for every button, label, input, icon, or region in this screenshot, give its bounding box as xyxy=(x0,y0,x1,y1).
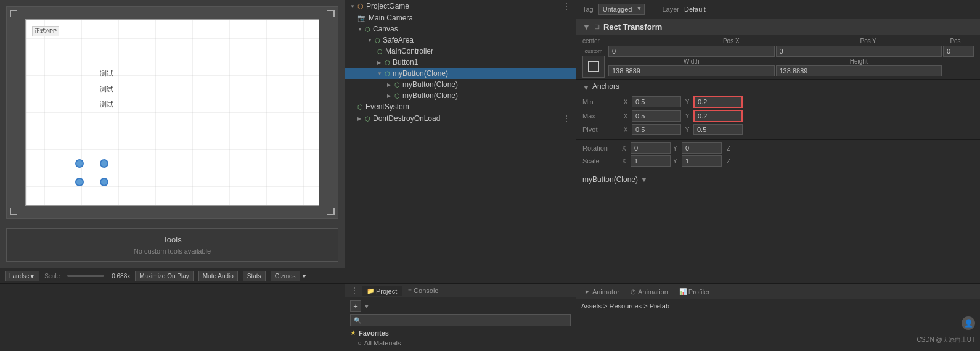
add-asset-btn[interactable]: + xyxy=(350,300,361,312)
center-dot xyxy=(592,65,595,68)
tag-value: Untagged xyxy=(603,6,632,13)
max-x-input[interactable]: 0.5 xyxy=(632,110,681,122)
anchor-tl[interactable] xyxy=(75,159,84,168)
layer-label: Layer xyxy=(662,6,679,13)
mute-btn[interactable]: Mute Audio xyxy=(198,271,238,281)
pivot-x-input[interactable]: 0.5 xyxy=(632,124,681,135)
anchor-widget[interactable]: custom xyxy=(582,48,605,78)
posy-header: Pos Y xyxy=(800,38,937,44)
hierarchy-panel: ▼ ⬡ ProjectGame ⋮ 📷 Main Camera ▼ ⬡ Canv… xyxy=(345,0,576,268)
scale-value-bt: 0.688x xyxy=(112,273,130,279)
max-y-axis: Y xyxy=(681,113,693,120)
es-icon: ⬡ xyxy=(357,104,363,110)
all-materials-label: All Materials xyxy=(364,339,401,347)
search-input[interactable] xyxy=(364,316,567,324)
stats-btn[interactable]: Stats xyxy=(243,271,266,281)
tab-animator[interactable]: ► Animator xyxy=(579,287,624,297)
more-icon2[interactable]: ⋮ xyxy=(562,114,571,123)
hierarchy-item-mybuttone2[interactable]: ▶ ⬡ myButton(Clone) xyxy=(345,79,576,90)
scene-text-3: 测试 xyxy=(100,100,113,109)
width-input[interactable]: 138.8889 xyxy=(608,65,775,76)
plus-dropdown[interactable]: ▼ xyxy=(364,303,370,310)
hierarchy-item-maincontroller[interactable]: ⬡ MainController xyxy=(345,46,576,57)
pivot-y-axis: Y xyxy=(681,126,693,133)
min-x-axis: X xyxy=(619,99,632,105)
landscape-btn[interactable]: Landsc▼ xyxy=(5,271,39,281)
mc-icon: ⬡ xyxy=(377,48,383,55)
tab-profiler[interactable]: 📊 Profiler xyxy=(674,287,715,297)
tag-dropdown[interactable]: Untagged ▼ xyxy=(598,4,645,15)
expand-icon: ▼ xyxy=(350,4,355,9)
pos-y-input[interactable]: 0 xyxy=(776,46,942,57)
more-dots-btn[interactable]: ⋮ xyxy=(348,286,361,295)
pivot-row: Pivot X 0.5 Y 0.5 xyxy=(582,124,974,135)
scale-y-axis: Y xyxy=(673,158,680,165)
scene-panel: 正式APP 测试 测试 测试 Tools No custom tools ava… xyxy=(0,0,345,268)
gizmos-btn[interactable]: Gizmos xyxy=(271,271,300,281)
anchor-preset-label: center xyxy=(582,38,663,44)
watermark: CSDN @天添向上UT xyxy=(576,333,980,347)
min-x-input[interactable]: 0.5 xyxy=(632,96,681,107)
pivot-y-input[interactable]: 0.5 xyxy=(693,124,743,135)
tab-project[interactable]: 📁 Project xyxy=(362,286,402,296)
tools-title: Tools xyxy=(13,235,332,244)
transform-icon: ⊞ xyxy=(594,23,600,31)
inspector-header: Tag Untagged ▼ Layer Default xyxy=(576,0,980,19)
item-label: ProjectGame xyxy=(366,2,409,10)
hierarchy-item-mybuttone[interactable]: ▼ ⬡ myButton(Clone) xyxy=(345,68,576,79)
star-icon: ★ xyxy=(350,329,356,337)
height-label: Height xyxy=(776,58,942,65)
wh-row: 138.8889 138.8889 xyxy=(608,65,974,76)
scale-y-input[interactable]: 1 xyxy=(682,155,722,167)
scale-x-input[interactable]: 1 xyxy=(631,155,671,167)
mbc3-icon: ⬡ xyxy=(394,93,400,99)
hierarchy-item-maincamera[interactable]: 📷 Main Camera xyxy=(345,12,576,23)
section-collapse-icon[interactable]: ▼ xyxy=(582,22,590,31)
anchors-title: Anchors xyxy=(592,82,619,91)
scale-slider[interactable] xyxy=(67,275,104,277)
min-y-input[interactable]: 0.2 xyxy=(693,96,743,108)
fav-all-materials[interactable]: ○ All Materials xyxy=(350,338,571,348)
height-input[interactable]: 138.8889 xyxy=(776,65,942,76)
mbc-icon: ⬡ xyxy=(385,70,390,77)
animation-label: Animation xyxy=(638,288,668,295)
anchors-section: ▼ Anchors Min X 0.5 Y 0.2 Max X 0.5 Y 0.… xyxy=(576,79,980,139)
hierarchy-item-dontdestroy[interactable]: ▶ ⬡ DontDestroyOnLoad ⋮ xyxy=(345,112,576,125)
item-label: Button1 xyxy=(393,58,418,67)
rotation-label: Rotation xyxy=(582,144,619,152)
anchors-collapse[interactable]: ▼ xyxy=(582,83,590,92)
center-widget-box[interactable] xyxy=(582,56,605,78)
hierarchy-item-eventsystem[interactable]: ⬡ EventSystem xyxy=(345,101,576,112)
project-icon: ⬡ xyxy=(357,2,364,10)
scene-canvas[interactable]: 正式APP 测试 测试 测试 xyxy=(6,6,338,219)
rot-y-input[interactable]: 0 xyxy=(682,142,722,154)
hierarchy-item-safearea[interactable]: ▼ ⬡ SafeArea xyxy=(345,35,576,46)
anchor-bl[interactable] xyxy=(75,178,84,186)
selected-arrow: ▼ xyxy=(640,175,648,184)
hierarchy-item-button1[interactable]: ▶ ⬡ Button1 xyxy=(345,57,576,68)
anchor-tr[interactable] xyxy=(100,159,108,168)
hierarchy-item-canvas[interactable]: ▼ ⬡ Canvas xyxy=(345,23,576,35)
custom-label: custom xyxy=(584,48,602,54)
rot-x-input[interactable]: 0 xyxy=(631,142,671,154)
pos-z-input[interactable]: 0 xyxy=(943,46,974,57)
tab-animation[interactable]: ◷ Animation xyxy=(626,287,673,297)
pos-row: 0 0 0 xyxy=(608,46,974,57)
selected-object-bar: myButton(Clone) ▼ xyxy=(576,171,980,188)
user-avatar[interactable]: 👤 xyxy=(962,316,975,330)
tag-dropdown-arrow: ▼ xyxy=(637,6,642,12)
pos-x-input[interactable]: 0 xyxy=(608,46,775,57)
hierarchy-item-projectgame[interactable]: ▼ ⬡ ProjectGame ⋮ xyxy=(345,0,576,12)
anchor-br[interactable] xyxy=(100,178,108,186)
expand-icon: ▼ xyxy=(377,71,382,76)
tab-console[interactable]: ≡ Console xyxy=(403,286,443,295)
max-y-input[interactable]: 0.2 xyxy=(693,110,743,122)
more-icon[interactable]: ⋮ xyxy=(562,1,571,11)
section-title: Rect Transform xyxy=(603,22,662,31)
profiler-label: Profiler xyxy=(688,288,710,295)
search-icon: 🔍 xyxy=(354,317,361,324)
transform-values-grid: 0 0 0 Width Height 138.8889 138.8889 xyxy=(608,46,974,76)
maximize-btn[interactable]: Maximize On Play xyxy=(135,271,194,281)
hierarchy-item-mybuttone3[interactable]: ▶ ⬡ myButton(Clone) xyxy=(345,90,576,101)
scene-inner-canvas: 正式APP 测试 测试 测试 xyxy=(25,19,319,206)
